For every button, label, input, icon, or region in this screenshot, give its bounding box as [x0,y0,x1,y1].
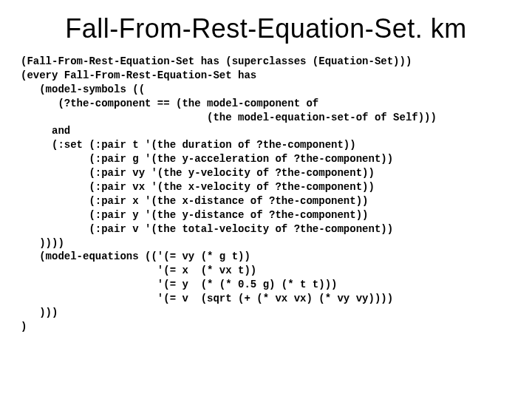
page-title: Fall-From-Rest-Equation-Set. km [21,13,511,44]
slide: Fall-From-Rest-Equation-Set. km (Fall-Fr… [0,0,532,399]
code-block: (Fall-From-Rest-Equation-Set has (superc… [21,55,511,334]
